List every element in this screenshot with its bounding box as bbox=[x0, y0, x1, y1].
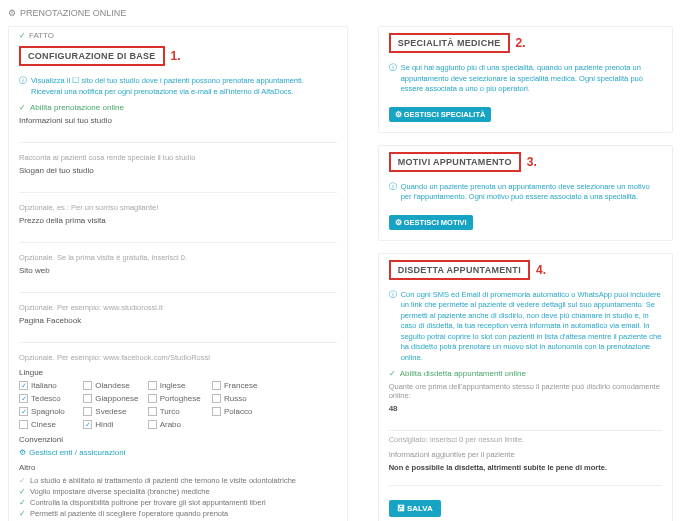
spec-info: ⓘ Se qui hai aggiunto più di una special… bbox=[389, 63, 662, 95]
other-item-text: Controlla la disponibilità poltrone per … bbox=[30, 498, 266, 507]
hours-field-line bbox=[389, 421, 662, 431]
facebook-label: Pagina Facebook bbox=[19, 316, 337, 325]
checkbox-icon bbox=[148, 381, 157, 390]
checkbox-icon bbox=[212, 407, 221, 416]
lang-arabo[interactable]: Arabo bbox=[148, 420, 208, 429]
lang-spagnolo[interactable]: ✓Spagnolo bbox=[19, 407, 79, 416]
lang-turco[interactable]: Turco bbox=[148, 407, 208, 416]
checkbox-icon bbox=[83, 394, 92, 403]
info-icon: ⓘ bbox=[389, 290, 397, 364]
lang-label-es: Spagnolo bbox=[31, 407, 65, 416]
manage-motivi-button[interactable]: ⚙ GESTISCI MOTIVI bbox=[389, 215, 473, 230]
lang-svedese[interactable]: Svedese bbox=[83, 407, 143, 416]
lang-label-nl: Olandese bbox=[95, 381, 129, 390]
config-info-text: Visualizza il ☐ sito del tuo studio dove… bbox=[31, 76, 337, 97]
disdetta-panel: DISDETTA APPUNTAMENTI 4. ⓘ Con ogni SMS … bbox=[378, 253, 673, 522]
disdetta-save-label: SALVA bbox=[407, 504, 433, 513]
gear-icon: ⚙ bbox=[19, 448, 26, 457]
check-icon: ✓ bbox=[19, 103, 26, 112]
hours-value[interactable]: 48 bbox=[389, 404, 662, 413]
facebook-field[interactable] bbox=[19, 333, 337, 343]
check-icon: ✓ bbox=[19, 509, 26, 518]
other-item-3[interactable]: ✓Permetti al paziente di scegliere l'ope… bbox=[19, 509, 337, 518]
hint-opt4: Opzionale. Per esempio: www.facebook.com… bbox=[19, 353, 337, 362]
conv-link[interactable]: ⚙ Gestisci enti / assicurazioni bbox=[19, 448, 337, 457]
motivi-info-text: Quando un paziente prenota un appuntamen… bbox=[401, 182, 662, 203]
manage-spec-button[interactable]: ⚙ GESTISCI SPECIALITÀ bbox=[389, 107, 492, 122]
marker-3: 3. bbox=[527, 155, 537, 169]
other-item-1[interactable]: ✓Voglio impostare diverse specialità (br… bbox=[19, 487, 337, 496]
lang-tedesco[interactable]: ✓Tedesco bbox=[19, 394, 79, 403]
other-item-0[interactable]: ✓Lo studio è abilitato al trattamento di… bbox=[19, 476, 337, 485]
lang-italiano[interactable]: ✓Italiano bbox=[19, 381, 79, 390]
lang-portoghese[interactable]: Portoghese bbox=[148, 394, 208, 403]
other-item-2[interactable]: ✓Controlla la disponibilità poltrone per… bbox=[19, 498, 337, 507]
marker-2: 2. bbox=[516, 36, 526, 50]
hint-opt2: Opzionale. Se la prima visita è gratuita… bbox=[19, 253, 337, 262]
lang-label-fr: Francese bbox=[224, 381, 257, 390]
website-label: Sito web bbox=[19, 266, 337, 275]
spec-info-text: Se qui hai aggiunto più di una specialit… bbox=[401, 63, 662, 95]
checkbox-icon bbox=[148, 420, 157, 429]
extra-field-line bbox=[389, 476, 662, 486]
other-label: Altro bbox=[19, 463, 337, 472]
lang-polacco[interactable]: Polacco bbox=[212, 407, 272, 416]
checkbox-icon bbox=[83, 381, 92, 390]
lang-label-tr: Turco bbox=[160, 407, 180, 416]
checkbox-icon bbox=[148, 407, 157, 416]
slogan-label: Slogan del tuo studio bbox=[19, 166, 337, 175]
website-field[interactable] bbox=[19, 283, 337, 293]
lang-cinese[interactable]: Cinese bbox=[19, 420, 79, 429]
other-checklist: ✓Lo studio è abilitato al trattamento di… bbox=[19, 476, 337, 518]
gear-icon: ⚙ bbox=[8, 8, 16, 18]
checkbox-icon: ✓ bbox=[19, 381, 28, 390]
info-icon: ⓘ bbox=[19, 76, 27, 97]
enable-disdetta-label: Abilita disdetta appuntamenti online bbox=[400, 369, 526, 378]
first-visit-label: Prezzo della prima visita bbox=[19, 216, 337, 225]
lang-russo[interactable]: Russo bbox=[212, 394, 272, 403]
extra-note: Non è possibile la disdetta, altrimenti … bbox=[389, 463, 662, 472]
spec-panel: SPECIALITÀ MEDICHE 2. ⓘ Se qui hai aggiu… bbox=[378, 26, 673, 133]
lang-label-sv: Svedese bbox=[95, 407, 126, 416]
other-item-text: Permetti al paziente di scegliere l'oper… bbox=[30, 509, 228, 518]
other-item-text: Lo studio è abilitato al trattamento di … bbox=[30, 476, 296, 485]
lang-label-ja: Giapponese bbox=[95, 394, 138, 403]
hint-opt3: Opzionale. Per esempio: www.studiorossi.… bbox=[19, 303, 337, 312]
disdetta-info-text: Con ogni SMS ed Email di promemoria auto… bbox=[401, 290, 662, 364]
lang-label-pt: Portoghese bbox=[160, 394, 201, 403]
extra-label: Informazioni aggiuntive per il paziente bbox=[389, 450, 662, 459]
lang-label-pl: Polacco bbox=[224, 407, 252, 416]
lang-inglese[interactable]: Inglese bbox=[148, 381, 208, 390]
enable-booking-toggle[interactable]: ✓ Abilita prenotazione online bbox=[19, 103, 337, 112]
done-label: FATTO bbox=[29, 31, 54, 40]
lang-francese[interactable]: Francese bbox=[212, 381, 272, 390]
studio-info-label: Informazioni sul tuo studio bbox=[19, 116, 337, 125]
disdetta-title: DISDETTA APPUNTAMENTI bbox=[389, 260, 530, 280]
check-icon: ✓ bbox=[389, 369, 396, 378]
lang-grid: ✓Italiano Olandese Inglese Francese ✓Ted… bbox=[19, 381, 337, 429]
studio-info-field[interactable] bbox=[19, 133, 337, 143]
marker-1: 1. bbox=[171, 49, 181, 63]
checkbox-icon: ✓ bbox=[19, 407, 28, 416]
checkbox-icon bbox=[212, 394, 221, 403]
info-icon: ⓘ bbox=[389, 182, 397, 203]
motivi-panel: MOTIVI APPUNTAMENTO 3. ⓘ Quando un pazie… bbox=[378, 145, 673, 241]
disdetta-save-button[interactable]: 🖫 SALVA bbox=[389, 500, 441, 517]
lang-label-it: Italiano bbox=[31, 381, 57, 390]
lang-olandese[interactable]: Olandese bbox=[83, 381, 143, 390]
hint-opt1: Opzionale, es.: Per un sorriso smagliant… bbox=[19, 203, 337, 212]
motivi-info: ⓘ Quando un paziente prenota un appuntam… bbox=[389, 182, 662, 203]
first-visit-field[interactable] bbox=[19, 233, 337, 243]
slogan-field[interactable] bbox=[19, 183, 337, 193]
lang-hindi[interactable]: ✓Hindi bbox=[83, 420, 143, 429]
done-bar: ✓ FATTO bbox=[9, 27, 347, 40]
lang-giapponese[interactable]: Giapponese bbox=[83, 394, 143, 403]
lang-label-zh: Cinese bbox=[31, 420, 56, 429]
check-icon: ✓ bbox=[19, 487, 26, 496]
config-panel: ✓ FATTO CONFIGURAZIONE DI BASE 1. ⓘ Visu… bbox=[8, 26, 348, 521]
lang-label-en: Inglese bbox=[160, 381, 186, 390]
conv-label: Convenzioni bbox=[19, 435, 337, 444]
checkbox-icon bbox=[212, 381, 221, 390]
enable-disdetta-toggle[interactable]: ✓ Abilita disdetta appuntamenti online bbox=[389, 369, 662, 378]
checkbox-icon bbox=[19, 420, 28, 429]
